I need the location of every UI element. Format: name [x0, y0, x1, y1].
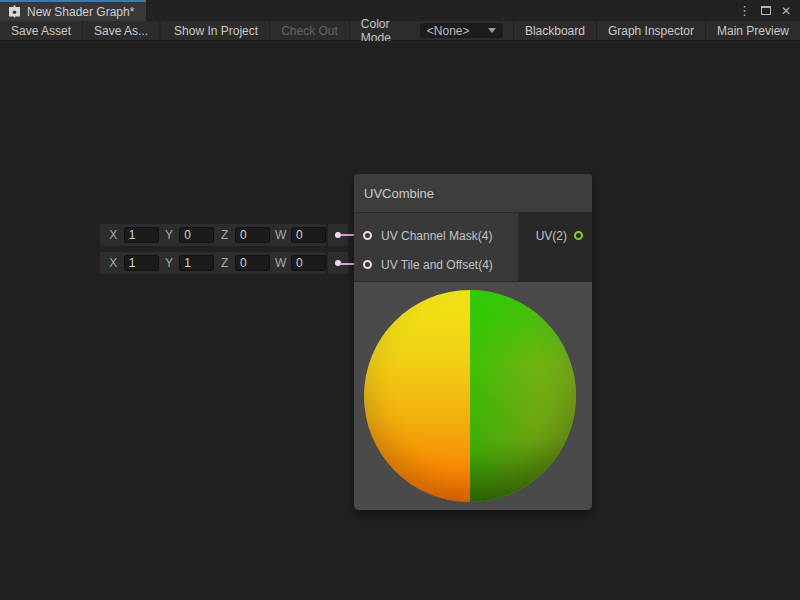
color-mode-dropdown[interactable]: <None> [420, 23, 503, 38]
save-asset-button[interactable]: Save Asset [0, 21, 83, 40]
main-preview-toggle-button[interactable]: Main Preview [705, 21, 800, 40]
color-mode-value: <None> [427, 24, 488, 38]
output-port-icon[interactable] [574, 231, 583, 240]
input-ports-panel: UV Channel Mask(4) UV Tile and Offset(4) [354, 213, 518, 281]
node-title[interactable]: UVCombine [354, 174, 592, 213]
w-field[interactable]: 0 [291, 255, 326, 271]
input-port-label: UV Channel Mask(4) [381, 229, 492, 243]
shader-graph-window: New Shader Graph* ⋮ ✕ Save Asset Save As… [0, 0, 800, 600]
window-menu-icon[interactable]: ⋮ [738, 4, 751, 17]
vector4-input-row-1: X 1 Y 0 Z 0 W 0 [100, 224, 326, 246]
uvcombine-node[interactable]: UVCombine UV Channel Mask(4) UV Tile and… [354, 174, 592, 510]
z-label: Z [219, 256, 230, 270]
input-port-icon[interactable] [363, 260, 372, 269]
graph-canvas[interactable]: X 1 Y 0 Z 0 W 0 X 1 Y 1 Z 0 W 0 [0, 41, 800, 600]
uv-preview-sphere [364, 290, 576, 502]
tab-title: New Shader Graph* [27, 5, 134, 19]
z-label: Z [219, 228, 230, 242]
blackboard-toggle-button[interactable]: Blackboard [513, 21, 596, 40]
toolbar-right-group: Blackboard Graph Inspector Main Preview [513, 21, 800, 40]
x-label: X [108, 256, 119, 270]
node-body: UV Channel Mask(4) UV Tile and Offset(4)… [354, 213, 592, 281]
z-field[interactable]: 0 [235, 255, 270, 271]
node-preview [354, 281, 592, 510]
y-label: Y [164, 228, 175, 242]
w-label: W [275, 256, 286, 270]
y-field[interactable]: 0 [179, 227, 214, 243]
graph-toolbar: Save Asset Save As... Show In Project Ch… [0, 21, 800, 41]
y-label: Y [164, 256, 175, 270]
output-port-label: UV(2) [536, 229, 567, 243]
vector4-input-row-2: X 1 Y 1 Z 0 W 0 [100, 252, 326, 274]
input-port-icon[interactable] [363, 231, 372, 240]
sphere-right-half [470, 290, 576, 502]
chevron-down-icon [488, 28, 496, 33]
close-icon[interactable]: ✕ [781, 5, 791, 17]
shader-graph-asset-icon [8, 5, 21, 18]
window-controls: ⋮ ✕ [738, 0, 800, 21]
z-field[interactable]: 0 [235, 227, 270, 243]
y-field[interactable]: 1 [179, 255, 214, 271]
x-field[interactable]: 1 [124, 255, 159, 271]
output-ports-panel: UV(2) [518, 213, 592, 281]
tab-new-shader-graph[interactable]: New Shader Graph* [0, 0, 146, 21]
w-label: W [275, 228, 286, 242]
input-port-label: UV Tile and Offset(4) [381, 258, 493, 272]
input-port-uv-channel-mask: UV Channel Mask(4) [354, 221, 518, 250]
w-field[interactable]: 0 [291, 227, 326, 243]
show-in-project-button[interactable]: Show In Project [163, 21, 270, 40]
sphere-left-half [364, 290, 470, 502]
maximize-icon[interactable] [761, 6, 771, 15]
output-port-uv: UV(2) [518, 221, 592, 250]
x-label: X [108, 228, 119, 242]
input-port-uv-tile-offset: UV Tile and Offset(4) [354, 250, 518, 279]
color-mode-label: Color Mode [350, 21, 420, 40]
graph-inspector-toggle-button[interactable]: Graph Inspector [596, 21, 705, 40]
save-as-button[interactable]: Save As... [83, 21, 161, 40]
check-out-button: Check Out [270, 21, 350, 40]
x-field[interactable]: 1 [124, 227, 159, 243]
